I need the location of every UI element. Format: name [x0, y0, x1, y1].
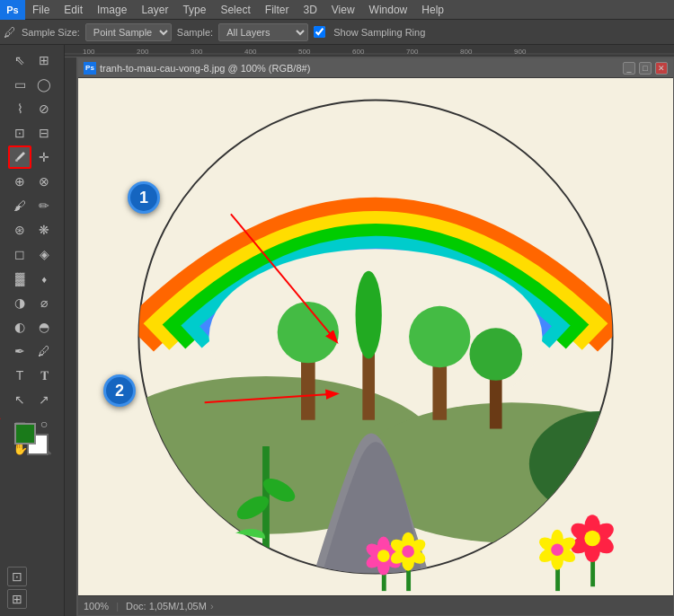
perspective-crop-tool[interactable]: ⊟ — [32, 121, 56, 145]
main-area: ⇖ ⊞ ▭ ◯ ⌇ ⊘ ⊡ ⊟ ✛ — [0, 45, 674, 616]
document-window: Ps tranh-to-mau-cau-vong-8.jpg @ 100% (R… — [77, 57, 674, 616]
menu-3d[interactable]: 3D — [296, 0, 324, 20]
ruler-h-marks: 100 200 300 400 500 600 700 800 900 — [65, 45, 674, 57]
svg-point-63 — [584, 531, 600, 547]
path-selection-tool[interactable]: ↖ — [8, 388, 31, 411]
svg-point-19 — [356, 271, 382, 359]
svg-text:900: 900 — [514, 48, 527, 56]
quick-mask-btn[interactable]: ⊡ — [7, 567, 27, 586]
sample-size-select[interactable]: Point Sample — [85, 23, 172, 41]
doc-title: tranh-to-mau-cau-vong-8.jpg @ 100% (RGB/… — [100, 63, 623, 74]
svg-text:200: 200 — [137, 48, 149, 56]
sample-size-label: Sample Size: — [22, 27, 80, 38]
menu-image[interactable]: Image — [90, 0, 134, 20]
svg-text:500: 500 — [298, 48, 311, 56]
artwork-svg — [78, 78, 673, 595]
eyedropper-options-icon: 🖊 — [4, 25, 16, 40]
eyedropper-icon — [13, 151, 26, 163]
menu-layer[interactable]: Layer — [134, 0, 175, 20]
annotation-1: 1 — [128, 181, 160, 214]
patch-tool[interactable]: ⊗ — [32, 170, 56, 193]
svg-point-55 — [402, 545, 414, 558]
eraser-tool[interactable]: ◻ — [8, 242, 31, 266]
doc-titlebar: Ps tranh-to-mau-cau-vong-8.jpg @ 100% (R… — [78, 58, 673, 78]
close-btn[interactable]: ✕ — [655, 62, 668, 75]
arrow-indicator — [0, 409, 2, 421]
svg-text:100: 100 — [83, 48, 95, 56]
zoom-display: 100% — [84, 601, 109, 612]
show-sampling-ring-checkbox[interactable] — [314, 26, 325, 38]
options-bar: 🖊 Sample Size: Point Sample Sample: All … — [0, 20, 674, 45]
elliptical-marquee-tool[interactable]: ◯ — [32, 73, 56, 96]
menu-select[interactable]: Select — [213, 0, 257, 20]
ruler-vertical — [65, 57, 77, 616]
canvas-area: 100 200 300 400 500 600 700 800 900 Ps t… — [65, 45, 674, 616]
canvas-content: 1 2 — [78, 78, 673, 595]
type-mask-tool[interactable]: 𝐓 — [32, 364, 56, 387]
status-bar: 100% | Doc: 1,05M/1,05M › — [78, 595, 673, 615]
doc-ps-icon: Ps — [84, 62, 96, 75]
menu-help[interactable]: Help — [414, 0, 451, 20]
pencil-tool[interactable]: ✏ — [32, 194, 56, 217]
quick-selection-tool[interactable]: ⊘ — [32, 97, 56, 120]
svg-text:300: 300 — [191, 48, 203, 56]
svg-text:700: 700 — [406, 48, 419, 56]
menu-file[interactable]: File — [25, 0, 57, 20]
svg-point-25 — [469, 328, 522, 381]
menu-window[interactable]: Window — [362, 0, 415, 20]
svg-text:400: 400 — [244, 48, 257, 56]
pattern-stamp-tool[interactable]: ❋ — [32, 218, 56, 242]
smudge-tool[interactable]: ⌀ — [32, 291, 56, 314]
brush-tool[interactable]: 🖌 — [8, 194, 31, 217]
svg-point-39 — [210, 545, 251, 584]
annotation-2: 2 — [103, 374, 136, 407]
blur-tool[interactable]: ◑ — [8, 291, 31, 314]
svg-text:600: 600 — [352, 48, 365, 56]
gradient-tool[interactable]: ▓ — [8, 267, 31, 290]
svg-point-47 — [377, 550, 390, 562]
pen-tool[interactable]: ✒ — [8, 339, 31, 363]
artboard-tool[interactable]: ⊞ — [32, 48, 56, 72]
freeform-pen-tool[interactable]: 🖊 — [32, 339, 56, 363]
sample-label: Sample: — [177, 27, 213, 38]
eyedropper-tool[interactable] — [8, 145, 31, 169]
direct-selection-tool[interactable]: ↗ — [32, 388, 56, 411]
move-tool[interactable]: ⇖ — [8, 48, 31, 72]
lasso-tool[interactable]: ⌇ — [8, 97, 31, 120]
maximize-btn[interactable]: □ — [639, 62, 652, 75]
foreground-color[interactable] — [14, 423, 36, 444]
minimize-btn[interactable]: _ — [623, 62, 635, 75]
menu-edit[interactable]: Edit — [57, 0, 90, 20]
color-boxes — [14, 423, 64, 468]
menu-filter[interactable]: Filter — [258, 0, 297, 20]
dodge-tool[interactable]: ◐ — [8, 315, 31, 339]
clone-stamp-tool[interactable]: ⊛ — [8, 218, 31, 242]
menu-view[interactable]: View — [324, 0, 362, 20]
ruler-horizontal: 100 200 300 400 500 600 700 800 900 — [65, 45, 674, 57]
menu-bar: Ps File Edit Image Layer Type Select Fil… — [0, 0, 674, 20]
doc-size-display: Doc: 1,05M/1,05M — [126, 601, 207, 612]
menu-type[interactable]: Type — [175, 0, 213, 20]
burn-tool[interactable]: ◓ — [32, 315, 56, 339]
crop-tool[interactable]: ⊡ — [8, 121, 31, 145]
paint-bucket-tool[interactable]: ⬧ — [32, 267, 56, 290]
type-tool[interactable]: T — [8, 364, 31, 387]
svg-point-71 — [551, 543, 563, 556]
spot-healing-tool[interactable]: ⊕ — [8, 170, 31, 193]
sample-select[interactable]: All Layers — [218, 23, 308, 41]
magic-eraser-tool[interactable]: ◈ — [32, 242, 56, 266]
doc-controls: _ □ ✕ — [623, 62, 668, 75]
svg-point-17 — [529, 411, 670, 516]
color-sampler-tool[interactable]: ✛ — [32, 145, 56, 169]
ps-logo: Ps — [0, 0, 25, 20]
show-sampling-ring-label: Show Sampling Ring — [333, 27, 425, 38]
screen-mode-btn[interactable]: ⊞ — [7, 589, 27, 609]
svg-point-23 — [409, 306, 470, 367]
svg-text:800: 800 — [460, 48, 473, 56]
toolbar: ⇖ ⊞ ▭ ◯ ⌇ ⊘ ⊡ ⊟ ✛ — [0, 45, 65, 616]
rectangular-marquee-tool[interactable]: ▭ — [8, 73, 31, 96]
svg-point-0 — [15, 159, 18, 162]
